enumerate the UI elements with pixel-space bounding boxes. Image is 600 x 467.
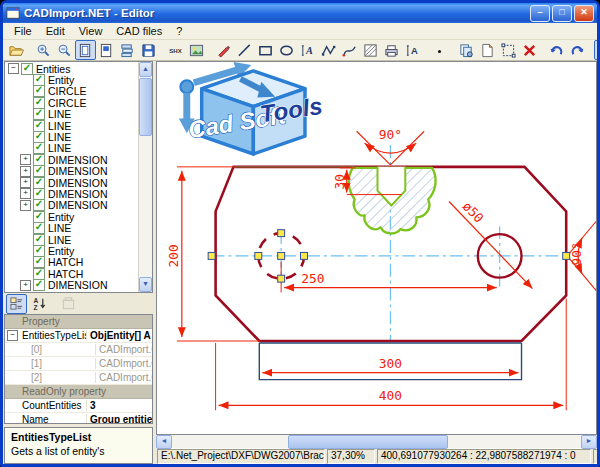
property-toolbar bbox=[4, 293, 153, 314]
property-toolbar-button-prop-pages[interactable] bbox=[58, 294, 79, 314]
property-value[interactable]: CADImport.ObjDim bbox=[95, 344, 152, 355]
menu-item[interactable]: Edit bbox=[39, 24, 72, 38]
toolbar-button-fit-window[interactable] bbox=[75, 40, 96, 60]
tree-expander-icon[interactable] bbox=[20, 177, 31, 188]
toolbar-button-ellipse[interactable] bbox=[276, 40, 297, 60]
toolbar-button-marker[interactable] bbox=[213, 40, 234, 60]
toolbar-button-zoom-in[interactable] bbox=[33, 40, 54, 60]
property-row[interactable]: ReadOnly property bbox=[5, 385, 152, 399]
app-icon bbox=[6, 6, 20, 20]
toolbar-button-undo[interactable] bbox=[546, 40, 567, 60]
tree-item[interactable]: DIMENSION bbox=[5, 166, 152, 177]
tree-item[interactable]: DIMENSION bbox=[5, 154, 152, 165]
toolbar-button-redo[interactable] bbox=[567, 40, 588, 60]
tree-item[interactable]: Entity bbox=[5, 211, 152, 222]
toolbar-button-select-box[interactable] bbox=[498, 40, 519, 60]
tree-item[interactable]: LINE bbox=[5, 131, 152, 142]
property-row[interactable]: Property bbox=[5, 315, 152, 329]
tree-scrollbar[interactable]: ▲ ▼ bbox=[138, 62, 152, 292]
tree-expander-icon[interactable] bbox=[20, 188, 31, 199]
property-row[interactable]: Name Group entities bbox=[5, 413, 152, 424]
toolbar-button-image[interactable] bbox=[186, 40, 207, 60]
maximize-button[interactable]: □ bbox=[552, 5, 572, 22]
toolbar-button-shx-fonts[interactable] bbox=[165, 40, 186, 60]
tree-expander-icon[interactable] bbox=[20, 154, 31, 165]
horizontal-scrollbar[interactable]: ◄ ► bbox=[156, 435, 597, 448]
property-expander-icon[interactable] bbox=[7, 330, 18, 341]
tree-expander-icon[interactable] bbox=[20, 166, 31, 177]
tree-item[interactable]: LINE bbox=[5, 234, 152, 245]
toolbar-button-new-doc[interactable] bbox=[477, 40, 498, 60]
property-toolbar-button-sort-az[interactable] bbox=[29, 294, 50, 314]
drawing-canvas[interactable]: Cad Soft Tools bbox=[156, 61, 597, 435]
toolbar-button-pan[interactable] bbox=[594, 40, 600, 60]
toolbar-button-point[interactable] bbox=[429, 40, 450, 60]
tree-item[interactable]: Entity bbox=[5, 74, 152, 85]
toolbar-button-open[interactable] bbox=[6, 40, 27, 60]
toolbar-button-save[interactable] bbox=[138, 40, 159, 60]
scroll-left-icon[interactable]: ◄ bbox=[156, 435, 172, 449]
tree-item[interactable]: LINE bbox=[5, 143, 152, 154]
tree-item[interactable]: Entity bbox=[5, 245, 152, 256]
property-row[interactable]: [0] CADImport.ObjDim bbox=[5, 343, 152, 357]
toolbar-button-hatch[interactable] bbox=[360, 40, 381, 60]
menu-item[interactable]: View bbox=[72, 24, 110, 38]
tree-checkbox[interactable] bbox=[21, 63, 33, 75]
toolbar-button-text-style[interactable] bbox=[402, 40, 423, 60]
scroll-up-icon[interactable]: ▲ bbox=[139, 62, 152, 77]
scroll-down-icon[interactable]: ▼ bbox=[139, 277, 152, 292]
toolbar-button-zoom-out[interactable] bbox=[54, 40, 75, 60]
close-button[interactable]: ✕ bbox=[574, 5, 594, 22]
title-bar[interactable]: CADImport.NET - Editor – □ ✕ bbox=[3, 3, 597, 23]
toolbar-button-line[interactable] bbox=[234, 40, 255, 60]
toolbar-button-copy-options[interactable] bbox=[456, 40, 477, 60]
toolbar-button-delete[interactable] bbox=[519, 40, 540, 60]
scroll-right-icon[interactable]: ► bbox=[581, 435, 597, 449]
minimize-button[interactable]: – bbox=[530, 5, 550, 22]
toolbar-button-plot[interactable] bbox=[381, 40, 402, 60]
tree-item[interactable]: DIMENSION bbox=[5, 200, 152, 211]
entities-tree[interactable]: Entities Entity CIRCLE bbox=[4, 61, 153, 293]
toolbar-button-rect[interactable] bbox=[255, 40, 276, 60]
tree-checkbox[interactable] bbox=[33, 279, 45, 291]
tree-item[interactable]: CIRCLE bbox=[5, 86, 152, 97]
tree-item[interactable]: LINE bbox=[5, 222, 152, 233]
tree-item-label: Entity bbox=[48, 74, 74, 86]
tree-item[interactable]: DIMENSION bbox=[5, 177, 152, 188]
horizontal-scroll-thumb[interactable] bbox=[288, 435, 448, 449]
tree-item[interactable]: LINE bbox=[5, 109, 152, 120]
property-row[interactable]: CountEntities 3 bbox=[5, 399, 152, 413]
toolbar-button-polyline[interactable] bbox=[318, 40, 339, 60]
tree-item[interactable]: HATCH bbox=[5, 268, 152, 279]
menu-item[interactable]: File bbox=[7, 24, 39, 38]
property-value[interactable]: Group entities bbox=[86, 414, 152, 424]
toolbar-button-text[interactable] bbox=[297, 40, 318, 60]
property-value[interactable]: CADImport.ObjLine bbox=[95, 358, 152, 369]
tree-expander-icon[interactable] bbox=[20, 280, 31, 291]
property-value[interactable]: 3 bbox=[86, 400, 152, 411]
tree-expander-icon[interactable] bbox=[8, 63, 19, 74]
tree-item[interactable]: DIMENSION bbox=[5, 188, 152, 199]
property-row[interactable]: [1] CADImport.ObjLine bbox=[5, 357, 152, 371]
tree-scroll-thumb[interactable] bbox=[139, 78, 152, 136]
property-value[interactable]: ObjEntity[] A ... bbox=[86, 330, 152, 341]
property-grid[interactable]: Property EntitiesTypeList ObjEntity[] A … bbox=[4, 314, 153, 424]
toolbar-button-layers[interactable] bbox=[117, 40, 138, 60]
property-value[interactable]: CADImport.ObjCirc bbox=[95, 372, 152, 383]
tree-item[interactable]: LINE bbox=[5, 120, 152, 131]
section-hatch[interactable] bbox=[349, 167, 436, 234]
tree-item[interactable]: Entities bbox=[5, 63, 152, 74]
status-file-path: E:\.Net_Project\DXF\DWG2007\Bracket.dwg bbox=[157, 449, 325, 464]
property-row[interactable]: EntitiesTypeList ObjEntity[] A ... bbox=[5, 329, 152, 343]
tree-item-label: LINE bbox=[48, 234, 71, 246]
tree-item[interactable]: CIRCLE bbox=[5, 97, 152, 108]
toolbar-button-actual-size[interactable] bbox=[96, 40, 117, 60]
toolbar-button-spline[interactable] bbox=[339, 40, 360, 60]
tree-expander-icon[interactable] bbox=[20, 200, 31, 211]
tree-item[interactable]: DIMENSION bbox=[5, 279, 152, 290]
property-row[interactable]: [2] CADImport.ObjCirc bbox=[5, 371, 152, 385]
menu-item[interactable]: CAD files bbox=[109, 24, 169, 38]
tree-item[interactable]: HATCH bbox=[5, 257, 152, 268]
property-toolbar-button-categorized[interactable] bbox=[6, 294, 27, 314]
menu-item[interactable]: ? bbox=[169, 24, 189, 38]
